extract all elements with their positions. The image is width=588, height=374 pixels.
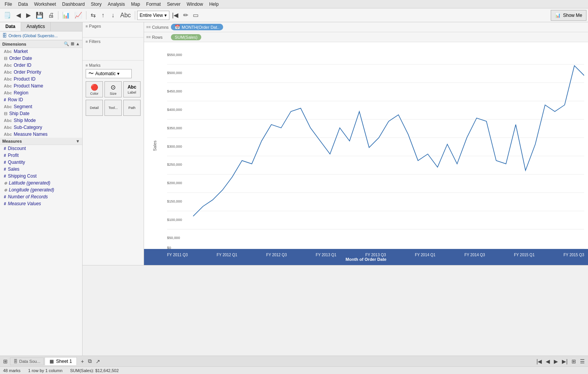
- field-name: Latitude (generated): [9, 180, 50, 186]
- label-button[interactable]: Abc Label: [123, 81, 141, 97]
- color-button[interactable]: 🔴 Color: [86, 81, 103, 97]
- tab-nav-right-right[interactable]: ▶|: [560, 358, 569, 365]
- field-type-icon: Abc: [4, 104, 12, 109]
- toolbar-label[interactable]: Abc: [118, 10, 133, 21]
- tab-nav-left-left[interactable]: |◀: [535, 358, 544, 365]
- field-name: Shipping Cost: [8, 173, 37, 179]
- path-button[interactable]: Path: [123, 100, 141, 116]
- tab-nav-right[interactable]: ▶: [552, 358, 560, 365]
- menu-analysis[interactable]: Analysis: [105, 1, 128, 8]
- row-col-info: 1 row by 1 column: [28, 368, 62, 373]
- columns-pill[interactable]: 📅 MONTH(Order Dat..: [171, 24, 223, 30]
- measure-item-6[interactable]: ⊕Longitude (generated): [0, 186, 82, 193]
- measure-item-0[interactable]: #Discount: [0, 145, 82, 152]
- chart-canvas: Sales: [144, 42, 588, 265]
- measure-item-5[interactable]: ⊕Latitude (generated): [0, 180, 82, 186]
- toolbar-sort-desc[interactable]: ↓: [108, 10, 118, 21]
- center-panel: ≡ Pages ≡ Filters ≡ Marks: [83, 22, 588, 356]
- add-sheet-icon[interactable]: ⊞: [2, 358, 9, 365]
- toolbar-pen[interactable]: ✏: [181, 10, 190, 21]
- menu-file[interactable]: File: [2, 1, 15, 8]
- menu-window[interactable]: Window: [184, 1, 206, 8]
- y-axis-label: Sales: [152, 140, 157, 151]
- toolbar-sort-asc[interactable]: ↑: [98, 10, 108, 21]
- toolbar-forward[interactable]: ▶: [24, 10, 33, 21]
- detail-button[interactable]: Detail: [86, 100, 103, 116]
- data-source-link[interactable]: 🗄 Orders (Global Supersto...: [0, 31, 82, 40]
- tab-analytics[interactable]: Analytics: [21, 22, 51, 31]
- field-type-icon: ⊟: [4, 111, 7, 116]
- field-name: Discount: [8, 146, 26, 151]
- toolbar-fix[interactable]: |◀: [170, 10, 180, 21]
- dimension-item-1[interactable]: ⊟Order Date: [0, 55, 82, 62]
- toolbar-chart-type[interactable]: 📊: [60, 10, 72, 21]
- dimension-item-0[interactable]: AbcMarket: [0, 48, 82, 55]
- menu-worksheet[interactable]: Worksheet: [31, 1, 59, 8]
- new-sheet-icon[interactable]: +: [79, 358, 85, 365]
- duplicate-icon[interactable]: ⧉: [86, 357, 93, 365]
- menu-dashboard[interactable]: Dashboard: [59, 1, 88, 8]
- field-type-icon: #: [4, 98, 6, 102]
- measure-item-1[interactable]: #Profit: [0, 152, 82, 159]
- dimension-item-9[interactable]: ⊟Ship Date: [0, 110, 82, 117]
- dimension-item-10[interactable]: AbcShip Mode: [0, 117, 82, 124]
- marks-type-dropdown[interactable]: 〜 Automatic ▾: [86, 69, 132, 78]
- field-type-icon: Abc: [4, 70, 12, 74]
- sheet-tab-1[interactable]: ▦ Sheet 1: [45, 357, 77, 365]
- measure-item-8[interactable]: #Measure Values: [0, 200, 82, 207]
- left-panel-scroll[interactable]: Dimensions 🔍 ⊞ ▲ AbcMarket⊟Order DateAbc…: [0, 40, 82, 356]
- data-source-tab[interactable]: 🗄 Data Sou...: [10, 358, 44, 365]
- field-name: Quantity: [8, 160, 25, 165]
- rows-pill[interactable]: SUM(Sales): [171, 34, 201, 40]
- dimension-item-3[interactable]: AbcOrder Priority: [0, 69, 82, 76]
- scroll-down-icon[interactable]: ▼: [76, 139, 80, 143]
- tab-data[interactable]: Data: [0, 22, 21, 31]
- tab-grid-view[interactable]: ⊞: [570, 358, 578, 365]
- dimensions-header-icons[interactable]: 🔍 ⊞ ▲: [64, 41, 80, 46]
- scroll-up-icon[interactable]: ▲: [76, 41, 80, 46]
- measure-item-4[interactable]: #Shipping Cost: [0, 173, 82, 180]
- show-me-button[interactable]: 📊 Show Me: [551, 10, 586, 21]
- toolbar-save[interactable]: 💾: [34, 10, 45, 21]
- view-dropdown[interactable]: Entire View ▾: [137, 11, 169, 20]
- field-name: Ship Date: [9, 111, 30, 116]
- menu-format[interactable]: Format: [143, 1, 164, 8]
- export-icon[interactable]: ↗: [94, 358, 102, 365]
- dimension-item-4[interactable]: AbcProduct ID: [0, 76, 82, 82]
- field-type-icon: Abc: [4, 49, 12, 54]
- tab-nav-left[interactable]: ◀: [544, 358, 552, 365]
- size-button[interactable]: ⊙ Size: [104, 81, 122, 97]
- measure-item-2[interactable]: #Quantity: [0, 159, 82, 166]
- sort-icon[interactable]: ⊞: [71, 41, 74, 46]
- field-type-icon: #: [4, 195, 6, 199]
- menu-data[interactable]: Data: [15, 1, 31, 8]
- field-name: Product ID: [14, 76, 36, 82]
- field-name: Number of Records: [8, 194, 48, 199]
- field-name: Measure Names: [14, 132, 48, 137]
- measures-header-icons[interactable]: ▼: [76, 139, 80, 143]
- toolbar-print[interactable]: 🖨: [46, 10, 56, 21]
- dimension-item-6[interactable]: AbcRegion: [0, 89, 82, 96]
- dimension-item-11[interactable]: AbcSub-Category: [0, 124, 82, 131]
- menu-help[interactable]: Help: [206, 1, 222, 8]
- toolbar-back[interactable]: ◀: [14, 10, 23, 21]
- dimension-item-8[interactable]: AbcSegment: [0, 103, 82, 110]
- measure-item-3[interactable]: #Sales: [0, 166, 82, 173]
- measure-item-7[interactable]: #Number of Records: [0, 193, 82, 200]
- marks-section: ≡ Marks 〜 Automatic ▾ 🔴 Color: [83, 61, 144, 265]
- tab-list-view[interactable]: ☰: [578, 358, 586, 365]
- dimension-item-7[interactable]: #Row ID: [0, 96, 82, 103]
- dimension-item-5[interactable]: AbcProduct Name: [0, 82, 82, 89]
- menu-map[interactable]: Map: [128, 1, 143, 8]
- dimension-item-2[interactable]: AbcOrder ID: [0, 62, 82, 69]
- tooltip-button[interactable]: Tool...: [104, 100, 122, 116]
- toolbar-present[interactable]: ▭: [191, 10, 200, 21]
- menu-server[interactable]: Server: [164, 1, 184, 8]
- dimension-item-12[interactable]: AbcMeasure Names: [0, 131, 82, 138]
- x-label-1: FY 2011 Q3: [167, 253, 188, 257]
- toolbar-swap[interactable]: ⇆: [88, 10, 98, 21]
- search-icon[interactable]: 🔍: [64, 41, 69, 46]
- toolbar-chart-type2[interactable]: 📈: [73, 10, 84, 21]
- toolbar-new[interactable]: 🗒️: [2, 10, 13, 21]
- menu-story[interactable]: Story: [88, 1, 105, 8]
